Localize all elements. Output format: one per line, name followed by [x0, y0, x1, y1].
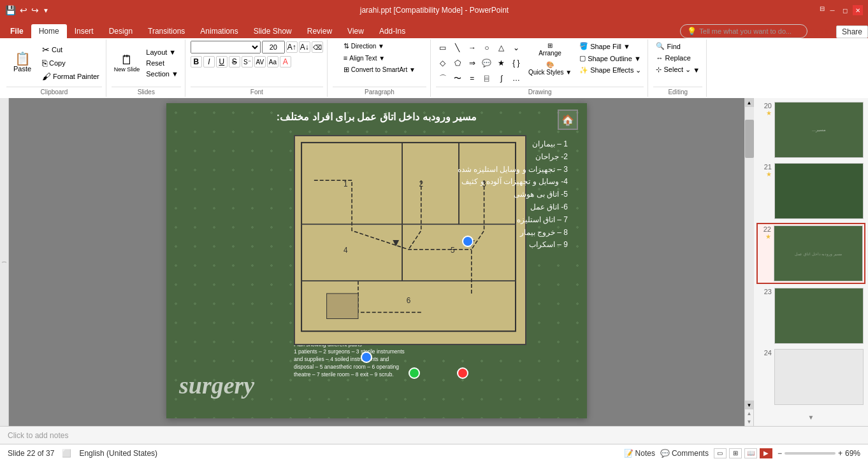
shape-diamond[interactable]: ◇ — [436, 56, 450, 70]
tab-view[interactable]: View — [340, 24, 372, 38]
shape-arrow[interactable]: → — [465, 41, 479, 55]
shape-wave[interactable]: 〜 — [451, 71, 465, 85]
restore-button[interactable]: ◻ — [840, 5, 850, 15]
thumbnail-20[interactable]: 20 ★ مسیر... — [756, 101, 865, 159]
shape-formula[interactable]: ∫ — [495, 71, 509, 85]
clear-format-button[interactable]: ⌫ — [312, 41, 323, 53]
list-item-5: 5- اتاق بی هوشی — [458, 188, 568, 201]
minimize-button[interactable]: ─ — [827, 5, 837, 15]
thumbnail-24[interactable]: 24 — [756, 348, 865, 406]
slides-group: 🗒 New Slide Layout ▼ Reset Section ▼ Sli… — [108, 39, 185, 97]
char-spacing-button[interactable]: AV — [254, 56, 266, 67]
shape-curly[interactable]: { } — [509, 56, 523, 70]
shape-arc[interactable]: ⌒ — [436, 71, 450, 85]
text-direction-button[interactable]: ⇅ Direction ▼ — [341, 41, 387, 52]
section-button[interactable]: Section ▼ — [143, 69, 181, 79]
select-label: Select ⌄ — [663, 66, 691, 74]
tab-slideshow[interactable]: Slide Show — [246, 24, 300, 38]
slideshow-button[interactable]: ▶ — [760, 448, 772, 458]
find-button[interactable]: 🔍 Find — [653, 41, 702, 52]
tab-design[interactable]: Design — [101, 24, 140, 38]
strikethrough-button[interactable]: S — [229, 56, 240, 67]
thumb-img-23[interactable] — [774, 288, 864, 344]
select-button[interactable]: ⊹ Select ⌄ ▼ — [653, 64, 702, 75]
thumb-img-24[interactable] — [774, 349, 864, 405]
tab-transitions[interactable]: Transitions — [140, 24, 192, 38]
font-size-input[interactable] — [262, 41, 285, 53]
thumbnail-22[interactable]: 22 ★ مسیر ورودبه داخل اتاق عمل — [756, 223, 865, 284]
layout-button[interactable]: Layout ▼ — [143, 47, 181, 57]
customize-icon[interactable]: ▼ — [43, 7, 49, 14]
replace-button[interactable]: ↔ Replace — [653, 53, 702, 63]
convert-smartart-button[interactable]: ⊞ Convert to SmartArt ▼ — [341, 64, 418, 75]
main-content: ⟨ مسیر ورودبه داخل اتاق عمل برای افراد م… — [0, 98, 868, 426]
redo-icon[interactable]: ↪ — [31, 5, 39, 15]
scroll-down-button[interactable]: ▼ — [745, 401, 754, 409]
shape-effects-button[interactable]: ✨ Shape Effects ⌄ — [577, 65, 644, 76]
shape-arrow2[interactable]: ⇒ — [465, 56, 479, 70]
scroll-up-button[interactable]: ▲ — [745, 98, 754, 107]
copy-button[interactable]: ⎘ Copy — [40, 57, 102, 69]
shape-tri[interactable]: △ — [495, 41, 509, 55]
shape-outline-button[interactable]: ▢ Shape Outline ▼ — [577, 53, 644, 64]
zoom-in-button[interactable]: + — [838, 449, 843, 458]
shape-brace[interactable]: ⌸ — [480, 71, 494, 85]
shape-misc[interactable]: … — [509, 71, 523, 85]
shape-pent[interactable]: ⬠ — [451, 56, 465, 70]
note-bar[interactable]: Click to add notes — [0, 426, 868, 444]
paste-button[interactable]: 📋 Paste — [6, 51, 38, 74]
slide-scrollbar[interactable]: ▲ ▼ ▲ ▼ — [744, 98, 753, 426]
thumb-img-20[interactable]: مسیر... — [774, 102, 864, 158]
font-color-button[interactable]: A — [280, 56, 291, 67]
tell-me-box[interactable]: 💡 Tell me what you want to do... — [680, 24, 807, 38]
normal-view-button[interactable]: ▭ — [714, 448, 727, 458]
thumb-img-22[interactable]: مسیر ورودبه داخل اتاق عمل — [774, 225, 863, 281]
shape-oval[interactable]: ○ — [480, 41, 494, 55]
share-button[interactable]: Share — [836, 25, 868, 38]
shape-line[interactable]: ╲ — [451, 41, 465, 55]
underline-button[interactable]: U — [216, 56, 228, 67]
slide-canvas[interactable]: مسیر ورودبه داخل اتاق عمل برای افراد مخت… — [166, 103, 587, 418]
italic-button[interactable]: I — [203, 56, 215, 67]
shape-fill-button[interactable]: 🪣 Shape Fill ▼ — [577, 41, 644, 52]
zoom-slider[interactable] — [785, 452, 835, 455]
slide-sorter-button[interactable]: ⊞ — [729, 448, 742, 458]
shape-rect[interactable]: ▭ — [436, 41, 450, 55]
reading-view-button[interactable]: 📖 — [744, 448, 757, 458]
close-button[interactable]: ✕ — [853, 5, 863, 15]
font-case-button[interactable]: Aa — [267, 56, 278, 67]
quick-styles-button[interactable]: 🎨 Quick Styles ▼ — [526, 60, 574, 78]
tab-animations[interactable]: Animations — [192, 24, 245, 38]
format-painter-button[interactable]: 🖌 Format Painter — [40, 70, 102, 83]
reset-button[interactable]: Reset — [143, 58, 181, 68]
bold-button[interactable]: B — [191, 56, 202, 67]
comments-button[interactable]: 💬 Comments — [660, 449, 709, 458]
tab-review[interactable]: Review — [300, 24, 340, 38]
undo-icon[interactable]: ↩ — [20, 5, 27, 15]
thumbnail-23[interactable]: 23 — [756, 287, 865, 345]
align-text-button[interactable]: ≡ Align Text ▼ — [341, 53, 387, 63]
shape-more[interactable]: ⌄ — [509, 41, 523, 55]
scroll-thumb[interactable] — [745, 120, 754, 158]
arrange-button[interactable]: ⊞ Arrange — [534, 41, 566, 59]
font-name-select[interactable] — [191, 41, 261, 53]
tab-addins[interactable]: Add-Ins — [372, 24, 413, 38]
save-icon[interactable]: 💾 — [5, 5, 16, 15]
zoom-out-button[interactable]: − — [778, 449, 782, 458]
tab-file[interactable]: File — [3, 24, 31, 38]
shadow-button[interactable]: S⁻ — [242, 56, 253, 67]
signin-link[interactable]: Sign in — [807, 27, 831, 36]
tab-insert[interactable]: Insert — [67, 24, 101, 38]
font-increase-button[interactable]: A↑ — [286, 41, 298, 53]
notes-button[interactable]: 📝 Notes — [624, 449, 655, 458]
thumbnail-21[interactable]: 21 ★ — [756, 162, 865, 220]
font-decrease-button[interactable]: A↓ — [299, 41, 310, 53]
new-slide-button[interactable]: 🗒 New Slide — [112, 52, 143, 74]
shape-star[interactable]: ★ — [495, 56, 509, 70]
shape-callout[interactable]: 💬 — [480, 56, 494, 70]
thumb-img-21[interactable] — [774, 163, 864, 219]
thumb-scroll-down[interactable]: ▼ — [808, 414, 814, 421]
tab-home[interactable]: Home — [31, 24, 67, 38]
shape-eq[interactable]: = — [465, 71, 479, 85]
cut-button[interactable]: ✂ Cut — [40, 43, 102, 56]
